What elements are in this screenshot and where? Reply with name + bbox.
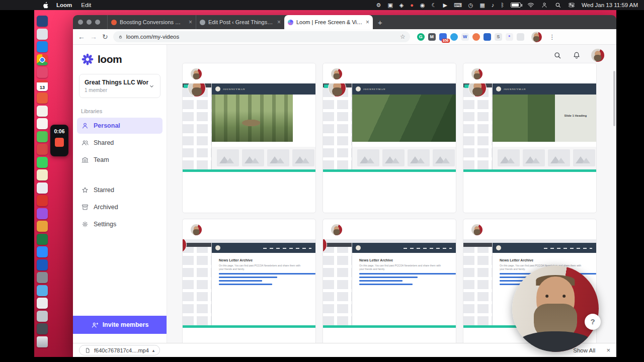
video-card[interactable]: JOURNEYMAN 11 January, 2021 - Loom Recor… [182,63,316,213]
tab-boosting-conversions[interactable]: Boosting Conversions With Em... × [107,15,196,29]
dock-chrome-icon[interactable] [37,54,48,65]
download-expand-icon[interactable]: ▴ [152,348,155,353]
new-tab-button[interactable]: + [378,18,382,27]
video-thumbnail[interactable]: JOURNEYMAN [323,83,456,172]
sidebar-item-archived[interactable]: Archived [77,199,163,215]
address-bar[interactable]: loom.com/my-videos ☆ [113,31,410,42]
dock-whatsapp-icon[interactable] [37,157,48,168]
dock-word-icon[interactable] [37,259,48,270]
browser-profile-avatar[interactable] [531,32,542,42]
close-window-button[interactable] [78,20,83,25]
loom-extension-icon[interactable]: * [506,33,513,41]
dropbox-icon[interactable]: ◈ [399,0,404,10]
dock-icon-24[interactable] [37,311,48,322]
keyboard-brightness-icon[interactable]: ▣ [387,0,392,10]
time-machine-icon[interactable]: ◷ [468,0,473,10]
dock-trash-icon[interactable] [37,336,48,347]
dock-icon-25[interactable] [37,323,48,334]
dock-icon-1[interactable] [37,16,48,27]
tab-close-icon[interactable]: × [277,19,281,26]
user-account-icon[interactable] [541,2,548,9]
dock-icon-7[interactable] [37,93,48,104]
tab-close-icon[interactable]: × [189,19,192,26]
bookmark-extension-icon[interactable] [484,33,491,41]
reload-button[interactable]: ↻ [102,33,108,40]
dock-appstore-icon[interactable] [37,41,48,52]
camera-status-icon[interactable]: ◉ [420,0,425,10]
sidebar-item-starred[interactable]: Starred [77,182,163,198]
dock-notes2-icon[interactable] [37,169,48,180]
sidebar-item-settings[interactable]: Settings [77,216,163,232]
stop-recording-button[interactable] [55,138,64,147]
sidebar-item-team[interactable]: Team [77,152,163,168]
dock-excel-icon[interactable] [37,234,48,245]
dock-settings-icon[interactable] [37,272,48,283]
dock-textedit-icon[interactable] [37,118,48,129]
wordpress-extension-icon[interactable]: W [461,33,469,41]
dock-launchpad-icon[interactable] [37,29,48,40]
zoom-window-button[interactable] [95,20,100,25]
show-all-downloads-button[interactable]: Show All [573,347,595,353]
play-status-icon[interactable]: ▶ [443,0,447,10]
video-card[interactable]: JOURNEYMAN Slide 1 Heading [463,63,597,213]
dock-slack-icon[interactable] [37,183,48,194]
webcam-overlay[interactable] [512,265,599,352]
bookmark-star-icon[interactable]: ☆ [400,33,406,40]
apple-menu-icon[interactable] [42,2,48,9]
video-card[interactable]: News Letter Archive On this page, You ca… [182,219,316,343]
video-thumbnail[interactable]: News Letter Archive On this page, You ca… [323,239,456,328]
notifier-extension-icon[interactable]: 856 [439,33,447,41]
screen-record-status-icon[interactable]: ● [410,0,414,10]
do-not-disturb-icon[interactable]: ☾ [432,0,437,10]
menu-edit[interactable]: Edit [81,2,91,8]
wifi-icon[interactable] [527,2,534,9]
minimize-window-button[interactable] [87,20,92,25]
grammarly-extension-icon[interactable]: G [417,33,425,41]
menu-app-name[interactable]: Loom [56,2,72,8]
volume-icon[interactable]: ♪ [492,0,495,10]
close-downloads-bar-icon[interactable]: × [606,346,610,354]
dock-calendar-icon[interactable]: 13 [37,80,48,91]
notification-bell-icon[interactable] [572,51,581,60]
extensions-puzzle-icon[interactable] [517,33,524,41]
invite-members-button[interactable]: Invite members [73,316,167,334]
dock-icon-22[interactable] [37,285,48,296]
workspace-selector[interactable]: Great Things LLC Works... 1 member [79,74,160,98]
sidebar-item-personal[interactable]: Personal [77,118,163,134]
keyboard-icon[interactable]: ⌨ [454,0,462,10]
video-thumbnail[interactable]: News Letter Archive On this page, You ca… [183,239,315,328]
s-extension-icon[interactable]: S [495,33,502,41]
menu-bar-clock[interactable]: Wed Jan 13 11:59 AM [582,2,638,8]
download-item[interactable]: f640c767817c4....mp4 ▴ [79,345,160,355]
dock-icon-5[interactable] [37,67,48,78]
tab-close-icon[interactable]: × [366,19,369,26]
tab-loom-active[interactable]: Loom | Free Screen & Video Re... × [284,15,373,29]
video-thumbnail[interactable]: JOURNEYMAN [183,83,315,172]
video-card[interactable]: JOURNEYMAN 11 January, 2021 - Loom Recor… [323,63,456,213]
help-button[interactable]: ? [585,314,601,330]
dock-icon-17[interactable] [37,221,48,232]
back-button[interactable]: ← [78,33,85,40]
spotlight-search-icon[interactable] [554,2,561,9]
sidebar-item-shared[interactable]: Shared [77,135,163,151]
extension-m-icon[interactable]: M [428,33,436,41]
hubspot-extension-icon[interactable] [472,33,480,41]
mission-control-icon[interactable]: ▦ [479,0,485,10]
dock-zoom-icon[interactable] [37,246,48,257]
dock-icon-23[interactable] [37,298,48,309]
tab-edit-post[interactable]: Edit Post ‹ Great Things LLC – × [196,15,284,29]
bluetooth-icon[interactable]: ᛒ [501,0,504,10]
dock-notes-icon[interactable] [37,106,48,117]
display-settings-icon[interactable]: ⚙ [376,0,381,10]
dock-icon-15[interactable] [37,195,48,206]
content-scrollbar[interactable] [613,71,615,126]
control-center-icon[interactable] [568,2,575,9]
dock-icon-11[interactable] [37,144,48,155]
forward-button[interactable]: → [90,33,97,40]
contacts-extension-icon[interactable] [450,33,458,41]
user-avatar[interactable] [591,49,604,62]
dock-music-icon[interactable] [37,208,48,219]
dock-messages-icon[interactable] [37,131,48,142]
video-card[interactable]: News Letter Archive On this page, You ca… [323,219,456,343]
search-icon[interactable] [553,51,562,60]
